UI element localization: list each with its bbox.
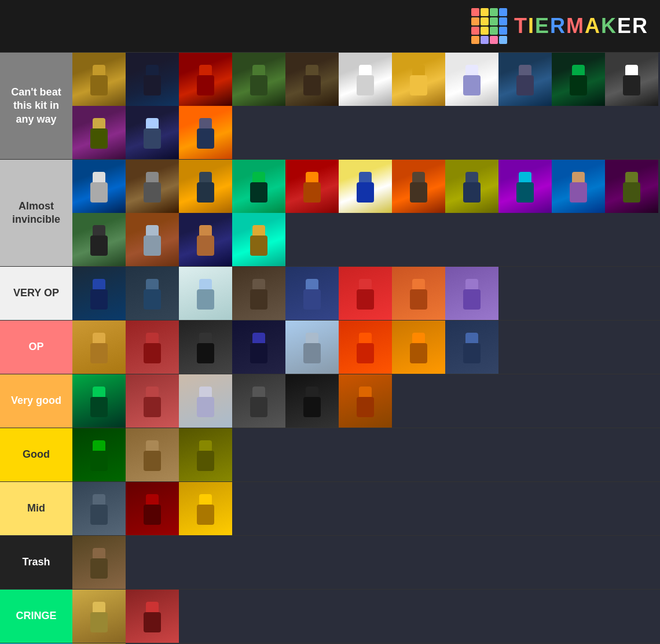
list-item[interactable] <box>179 374 232 428</box>
list-item[interactable] <box>72 267 126 320</box>
logo-cell <box>499 17 507 25</box>
tier-label-good: Good <box>0 428 72 481</box>
logo-cell <box>471 27 479 35</box>
list-item[interactable] <box>179 321 232 374</box>
tier-content-cringe <box>72 590 660 643</box>
list-item[interactable] <box>179 53 232 106</box>
tier-label-mid: Mid <box>0 482 72 535</box>
list-item[interactable] <box>179 482 232 535</box>
list-item[interactable] <box>126 374 179 428</box>
list-item[interactable] <box>179 106 232 159</box>
list-item[interactable] <box>552 53 605 106</box>
list-item[interactable] <box>285 321 339 374</box>
header-row: TiERMAKER <box>0 0 660 52</box>
list-item[interactable] <box>392 53 445 106</box>
list-item[interactable] <box>339 321 392 374</box>
logo-cell <box>481 36 489 44</box>
list-item[interactable] <box>72 536 126 589</box>
list-item[interactable] <box>605 53 658 106</box>
list-item[interactable] <box>285 160 339 213</box>
list-item[interactable] <box>392 267 445 320</box>
list-item[interactable] <box>72 53 126 106</box>
list-item[interactable] <box>445 321 498 374</box>
list-item[interactable] <box>232 160 285 213</box>
logo-cell <box>490 8 498 16</box>
list-item[interactable] <box>285 53 339 106</box>
list-item[interactable] <box>126 321 179 374</box>
tier-content-almost <box>72 160 660 266</box>
list-item[interactable] <box>72 106 126 159</box>
list-item[interactable] <box>285 267 339 320</box>
tier-label-almost: Almost invincible <box>0 160 72 266</box>
list-item[interactable] <box>126 428 179 481</box>
logo-grid <box>471 8 507 44</box>
tier-row-mid: Mid <box>0 481 660 535</box>
tier-row-cringe: CRINGE <box>0 589 660 643</box>
tier-label-cringe: CRINGE <box>0 590 72 643</box>
list-item[interactable] <box>126 482 179 535</box>
logo-cell <box>481 17 489 25</box>
logo-cell <box>471 8 479 16</box>
list-item[interactable] <box>339 53 392 106</box>
tier-row-almost: Almost invincible <box>0 159 660 266</box>
list-item[interactable] <box>179 428 232 481</box>
list-item[interactable] <box>605 160 658 213</box>
tier-table: TiERMAKER Can't beat this kit in any way <box>0 0 660 644</box>
list-item[interactable] <box>72 482 126 535</box>
list-item[interactable] <box>232 321 285 374</box>
list-item[interactable] <box>232 213 285 266</box>
list-item[interactable] <box>498 160 552 213</box>
list-item[interactable] <box>126 160 179 213</box>
list-item[interactable] <box>126 267 179 320</box>
logo-cell <box>481 8 489 16</box>
tier-content-mid <box>72 482 660 535</box>
list-item[interactable] <box>339 160 392 213</box>
tier-content-trash <box>72 536 660 589</box>
tier-label-trash: Trash <box>0 536 72 589</box>
logo-cell <box>490 27 498 35</box>
list-item[interactable] <box>232 374 285 428</box>
list-item[interactable] <box>126 213 179 266</box>
list-item[interactable] <box>72 213 126 266</box>
logo-cell <box>471 17 479 25</box>
tier-label-very-op: VERY OP <box>0 267 72 320</box>
logo-text: TiERMAKER <box>514 14 648 38</box>
logo-cell <box>499 8 507 16</box>
tier-row-trash: Trash <box>0 535 660 589</box>
list-item[interactable] <box>498 53 552 106</box>
list-item[interactable] <box>72 374 126 428</box>
logo-cell <box>490 36 498 44</box>
list-item[interactable] <box>72 160 126 213</box>
list-item[interactable] <box>126 106 179 159</box>
list-item[interactable] <box>72 590 126 643</box>
logo-cell <box>471 36 479 44</box>
list-item[interactable] <box>179 213 232 266</box>
list-item[interactable] <box>72 428 126 481</box>
list-item[interactable] <box>392 160 445 213</box>
list-item[interactable] <box>126 53 179 106</box>
list-item[interactable] <box>232 53 285 106</box>
logo-cell <box>499 36 507 44</box>
tier-label-very-good: Very good <box>0 374 72 428</box>
tier-row-very-good: Very good <box>0 374 660 428</box>
list-item[interactable] <box>285 374 339 428</box>
tier-row-op: OP <box>0 320 660 374</box>
tier-label-cant-beat: Can't beat this kit in any way <box>0 53 72 159</box>
list-item[interactable] <box>392 321 445 374</box>
list-item[interactable] <box>445 53 498 106</box>
list-item[interactable] <box>232 267 285 320</box>
tier-content-very-good <box>72 374 660 428</box>
tier-content-very-op <box>72 267 660 320</box>
tier-content-op <box>72 321 660 374</box>
list-item[interactable] <box>126 590 179 643</box>
tier-row-very-op: VERY OP <box>0 266 660 320</box>
list-item[interactable] <box>445 160 498 213</box>
list-item[interactable] <box>552 160 605 213</box>
tier-content-good <box>72 428 660 481</box>
list-item[interactable] <box>179 267 232 320</box>
list-item[interactable] <box>339 374 392 428</box>
list-item[interactable] <box>72 321 126 374</box>
list-item[interactable] <box>179 160 232 213</box>
list-item[interactable] <box>445 267 498 320</box>
list-item[interactable] <box>339 267 392 320</box>
